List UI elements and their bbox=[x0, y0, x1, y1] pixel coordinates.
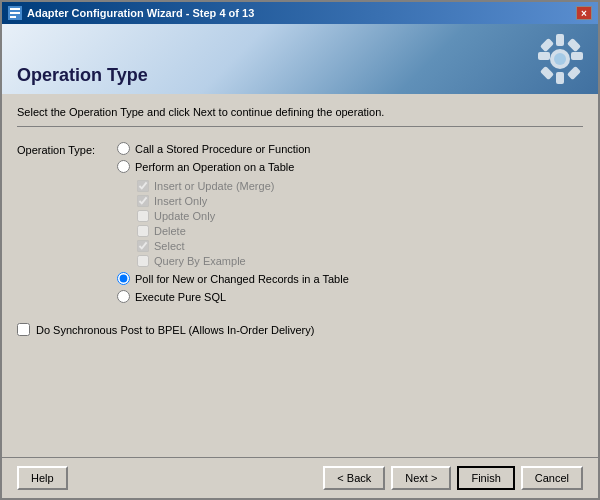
checkbox-query-by-example[interactable] bbox=[137, 255, 149, 267]
footer-right: < Back Next > Finish Cancel bbox=[323, 466, 583, 490]
help-button[interactable]: Help bbox=[17, 466, 68, 490]
checkbox-update-only-label: Update Only bbox=[154, 210, 215, 222]
checkbox-sync-bpel[interactable] bbox=[17, 323, 30, 336]
footer-left: Help bbox=[17, 466, 68, 490]
svg-rect-5 bbox=[556, 34, 564, 46]
svg-rect-7 bbox=[538, 52, 550, 60]
radio-options-group: Call a Stored Procedure or Function Perf… bbox=[117, 142, 349, 303]
svg-rect-6 bbox=[556, 72, 564, 84]
radio-poll-records-label[interactable]: Poll for New or Changed Records in a Tab… bbox=[135, 273, 349, 285]
radio-stored-procedure-label[interactable]: Call a Stored Procedure or Function bbox=[135, 143, 310, 155]
operation-type-label: Operation Type: bbox=[17, 142, 102, 156]
svg-rect-12 bbox=[567, 66, 581, 80]
radio-poll-records[interactable] bbox=[117, 272, 130, 285]
checkbox-item-query: Query By Example bbox=[137, 255, 349, 267]
wizard-icon bbox=[8, 6, 22, 20]
checkbox-item-insert-update: Insert or Update (Merge) bbox=[137, 180, 349, 192]
svg-point-13 bbox=[554, 53, 566, 65]
radio-item-table: Perform an Operation on a Table bbox=[117, 160, 349, 173]
checkbox-select-label: Select bbox=[154, 240, 185, 252]
radio-table-operation[interactable] bbox=[117, 160, 130, 173]
checkbox-delete-label: Delete bbox=[154, 225, 186, 237]
form-section: Operation Type: Call a Stored Procedure … bbox=[17, 142, 583, 445]
svg-rect-2 bbox=[10, 12, 20, 14]
cancel-button[interactable]: Cancel bbox=[521, 466, 583, 490]
checkbox-delete[interactable] bbox=[137, 225, 149, 237]
checkbox-insert-only-label: Insert Only bbox=[154, 195, 207, 207]
back-button[interactable]: < Back bbox=[323, 466, 385, 490]
checkbox-insert-update-label: Insert or Update (Merge) bbox=[154, 180, 274, 192]
radio-item-sql: Execute Pure SQL bbox=[117, 290, 349, 303]
checkbox-item-update-only: Update Only bbox=[137, 210, 349, 222]
table-sub-options: Insert or Update (Merge) Insert Only Upd… bbox=[137, 180, 349, 267]
close-button[interactable]: × bbox=[576, 6, 592, 20]
radio-table-operation-label[interactable]: Perform an Operation on a Table bbox=[135, 161, 294, 173]
header-banner: Operation Type bbox=[2, 24, 598, 94]
page-title: Operation Type bbox=[17, 65, 148, 86]
svg-rect-3 bbox=[10, 16, 16, 18]
footer: Help < Back Next > Finish Cancel bbox=[2, 457, 598, 498]
wizard-window: Adapter Configuration Wizard - Step 4 of… bbox=[0, 0, 600, 500]
sync-checkbox-row: Do Synchronous Post to BPEL (Allows In-O… bbox=[17, 323, 583, 336]
title-bar: Adapter Configuration Wizard - Step 4 of… bbox=[2, 2, 598, 24]
checkbox-item-insert-only: Insert Only bbox=[137, 195, 349, 207]
checkbox-item-delete: Delete bbox=[137, 225, 349, 237]
checkbox-update-only[interactable] bbox=[137, 210, 149, 222]
radio-item-stored-procedure: Call a Stored Procedure or Function bbox=[117, 142, 349, 155]
checkbox-insert-only[interactable] bbox=[137, 195, 149, 207]
radio-item-poll: Poll for New or Changed Records in a Tab… bbox=[117, 272, 349, 285]
title-bar-text: Adapter Configuration Wizard - Step 4 of… bbox=[27, 7, 254, 19]
svg-rect-10 bbox=[567, 38, 581, 52]
checkbox-insert-update[interactable] bbox=[137, 180, 149, 192]
gear-icon bbox=[533, 29, 588, 94]
svg-rect-1 bbox=[10, 8, 20, 10]
operation-type-row: Operation Type: Call a Stored Procedure … bbox=[17, 142, 583, 303]
finish-button[interactable]: Finish bbox=[457, 466, 514, 490]
svg-rect-9 bbox=[540, 38, 554, 52]
title-bar-left: Adapter Configuration Wizard - Step 4 of… bbox=[8, 6, 254, 20]
checkbox-select[interactable] bbox=[137, 240, 149, 252]
checkbox-sync-bpel-label[interactable]: Do Synchronous Post to BPEL (Allows In-O… bbox=[36, 324, 314, 336]
svg-rect-8 bbox=[571, 52, 583, 60]
svg-rect-11 bbox=[540, 66, 554, 80]
instruction-text: Select the Operation Type and click Next… bbox=[17, 106, 583, 127]
next-button[interactable]: Next > bbox=[391, 466, 451, 490]
radio-stored-procedure[interactable] bbox=[117, 142, 130, 155]
checkbox-query-by-example-label: Query By Example bbox=[154, 255, 246, 267]
content-area: Select the Operation Type and click Next… bbox=[2, 94, 598, 457]
radio-execute-sql[interactable] bbox=[117, 290, 130, 303]
checkbox-item-select: Select bbox=[137, 240, 349, 252]
radio-execute-sql-label[interactable]: Execute Pure SQL bbox=[135, 291, 226, 303]
